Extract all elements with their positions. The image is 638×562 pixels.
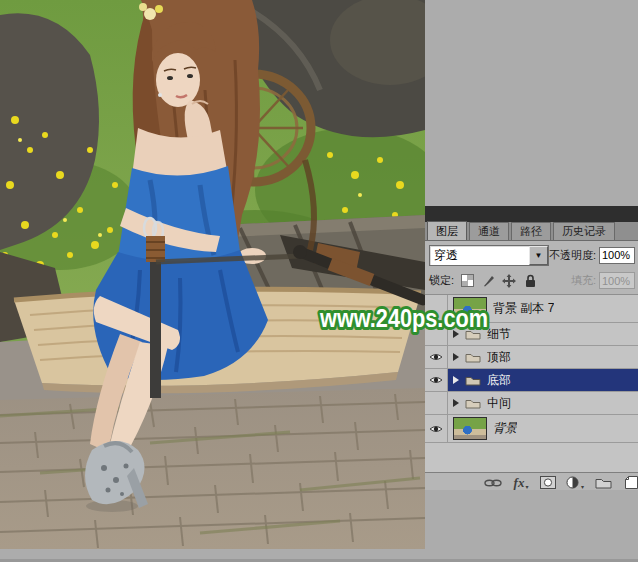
expand-triangle-icon[interactable] (453, 353, 459, 361)
chevron-down-icon[interactable]: ▼ (529, 246, 548, 265)
fill-label: 填充: (571, 273, 596, 288)
expand-triangle-icon[interactable] (453, 330, 459, 338)
layer-style-fx-icon[interactable]: fx▾ (511, 475, 531, 490)
visibility-toggle[interactable] (425, 369, 448, 391)
layer-list-empty-area (425, 443, 638, 472)
eye-icon (429, 352, 443, 362)
layer-row-detail-group[interactable]: 细节 (425, 323, 638, 346)
new-layer-icon[interactable] (621, 475, 638, 490)
opacity-input[interactable]: 100% (599, 247, 635, 264)
visibility-toggle[interactable] (425, 346, 448, 368)
expand-triangle-icon[interactable] (453, 376, 459, 384)
group-folder-icon (465, 397, 481, 409)
layer-name[interactable]: 细节 (487, 326, 511, 343)
photoshop-window: { "canvas": { "watermark": "www.240ps.co… (0, 0, 638, 562)
lock-row: 锁定: 填充: 100% (425, 268, 638, 295)
blend-mode-value: 穿透 (430, 247, 529, 264)
blend-mode-row: 穿透 ▼ 不透明度: 100% (425, 241, 638, 268)
lock-pixels-icon[interactable] (481, 274, 495, 288)
lock-position-icon[interactable] (502, 274, 516, 288)
tab-layers[interactable]: 图层 (427, 221, 467, 240)
layer-row-background[interactable]: 背景 (425, 415, 638, 443)
layer-name[interactable]: 背景 副本 7 (493, 300, 554, 317)
group-folder-icon (465, 374, 481, 386)
layer-name[interactable]: 背景 (493, 420, 517, 437)
layer-row-bottom-group-selected[interactable]: 底部 (425, 369, 638, 392)
panel-title-strip (425, 206, 638, 222)
visibility-toggle[interactable] (425, 415, 448, 442)
layer-list: 背景 副本 7 细节 顶部 (425, 295, 638, 472)
eye-icon (429, 424, 443, 434)
fill-input: 100% (599, 272, 635, 289)
layer-name[interactable]: 底部 (487, 372, 511, 389)
link-layers-icon[interactable] (483, 475, 503, 490)
layer-thumbnail[interactable] (453, 297, 487, 320)
visibility-toggle[interactable] (425, 295, 448, 322)
opacity-label: 不透明度: (549, 248, 596, 263)
visibility-toggle[interactable] (425, 392, 448, 414)
layers-panel-footer: fx▾ ▾ (425, 472, 638, 490)
layer-name[interactable]: 顶部 (487, 349, 511, 366)
panel-tab-bar: 图层 通道 路径 历史记录 (425, 222, 638, 241)
eye-icon (429, 375, 443, 385)
layer-name[interactable]: 中间 (487, 395, 511, 412)
group-folder-icon (465, 328, 481, 340)
visibility-toggle[interactable] (425, 323, 448, 345)
layer-thumbnail[interactable] (453, 417, 487, 440)
layers-panel: 图层 通道 路径 历史记录 穿透 ▼ 不透明度: 100% 锁定: (425, 206, 638, 490)
photo-canvas[interactable] (0, 0, 425, 549)
tab-channels[interactable]: 通道 (469, 222, 509, 240)
layer-row-bg-copy-7[interactable]: 背景 副本 7 (425, 295, 638, 323)
layer-row-middle-group[interactable]: 中间 (425, 392, 638, 415)
add-layer-mask-icon[interactable] (538, 475, 558, 490)
group-folder-icon (465, 351, 481, 363)
lock-label: 锁定: (429, 273, 454, 288)
tab-history[interactable]: 历史记录 (553, 222, 615, 240)
layer-row-top-group[interactable]: 顶部 (425, 346, 638, 369)
tab-paths[interactable]: 路径 (511, 222, 551, 240)
photo-illustration (0, 0, 425, 549)
blend-mode-select[interactable]: 穿透 ▼ (429, 245, 549, 266)
lock-all-icon[interactable] (523, 274, 537, 288)
lock-transparency-icon[interactable] (460, 274, 474, 288)
expand-triangle-icon[interactable] (453, 399, 459, 407)
new-group-icon[interactable] (593, 475, 613, 490)
new-adjustment-layer-icon[interactable]: ▾ (565, 475, 585, 490)
